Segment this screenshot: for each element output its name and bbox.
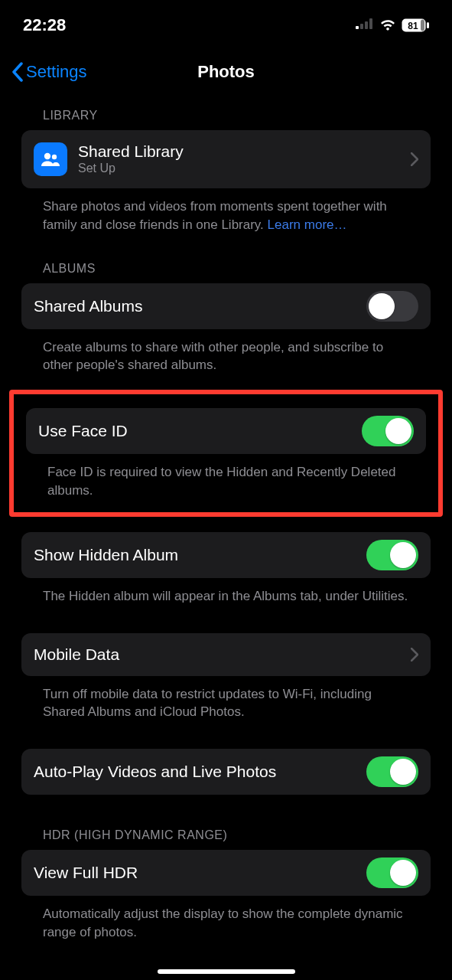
show-hidden-toggle[interactable] [366, 540, 418, 570]
svg-text:81: 81 [408, 21, 418, 31]
show-hidden-label: Show Hidden Album [34, 546, 356, 564]
library-header: LIBRARY [43, 109, 431, 122]
battery-icon: 81 [402, 18, 429, 32]
svg-point-8 [44, 153, 50, 159]
svg-rect-3 [369, 18, 372, 29]
chevron-right-icon [411, 648, 418, 662]
shared-library-row[interactable]: Shared Library Set Up [21, 130, 431, 188]
shared-albums-row[interactable]: Shared Albums [21, 283, 431, 329]
svg-rect-2 [365, 21, 368, 29]
albums-header: ALBUMS [43, 262, 431, 276]
status-icons: 81 [356, 17, 429, 34]
shared-library-footer: Share photos and videos from moments spe… [43, 198, 409, 234]
use-face-id-footer: Face ID is required to view the Hidden a… [47, 463, 405, 500]
hdr-footer: Automatically adjust the display to show… [43, 905, 409, 942]
status-time: 22:28 [23, 15, 66, 35]
chevron-right-icon [411, 152, 418, 166]
mobile-data-row[interactable]: Mobile Data [21, 633, 431, 676]
mobile-data-label: Mobile Data [34, 645, 400, 664]
home-indicator[interactable] [158, 969, 295, 974]
svg-rect-1 [360, 24, 363, 29]
hdr-header: HDR (HIGH DYNAMIC RANGE) [43, 828, 431, 842]
page-title: Photos [197, 62, 255, 82]
svg-rect-5 [427, 22, 429, 28]
autoplay-row[interactable]: Auto-Play Videos and Live Photos [21, 749, 431, 795]
svg-point-9 [52, 155, 57, 159]
use-face-id-label: Use Face ID [38, 422, 351, 440]
view-full-hdr-label: View Full HDR [34, 864, 356, 882]
back-label: Settings [26, 62, 87, 82]
show-hidden-row[interactable]: Show Hidden Album [21, 532, 431, 578]
learn-more-link[interactable]: Learn more… [268, 217, 347, 232]
use-face-id-row[interactable]: Use Face ID [26, 408, 426, 454]
view-full-hdr-toggle[interactable] [366, 858, 418, 888]
view-full-hdr-row[interactable]: View Full HDR [21, 850, 431, 896]
nav-bar: Settings Photos [0, 54, 452, 90]
shared-library-icon [34, 142, 67, 176]
autoplay-label: Auto-Play Videos and Live Photos [34, 763, 356, 781]
shared-library-title: Shared Library [78, 142, 400, 161]
back-button[interactable]: Settings [11, 62, 87, 82]
highlight-box: Use Face ID Face ID is required to view … [9, 390, 443, 517]
shared-library-subtitle: Set Up [78, 161, 400, 175]
svg-rect-6 [421, 20, 424, 31]
show-hidden-footer: The Hidden album will appear in the Albu… [43, 587, 409, 606]
use-face-id-toggle[interactable] [362, 416, 414, 446]
shared-albums-label: Shared Albums [34, 297, 356, 315]
chevron-left-icon [11, 62, 24, 82]
autoplay-toggle[interactable] [366, 756, 418, 787]
wifi-icon [379, 17, 397, 34]
mobile-data-footer: Turn off mobile data to restrict updates… [43, 685, 409, 722]
shared-albums-toggle[interactable] [366, 291, 418, 322]
svg-rect-0 [356, 26, 359, 29]
cellular-icon [356, 18, 374, 32]
shared-albums-footer: Create albums to share with other people… [43, 338, 409, 375]
status-bar: 22:28 81 [0, 0, 452, 44]
